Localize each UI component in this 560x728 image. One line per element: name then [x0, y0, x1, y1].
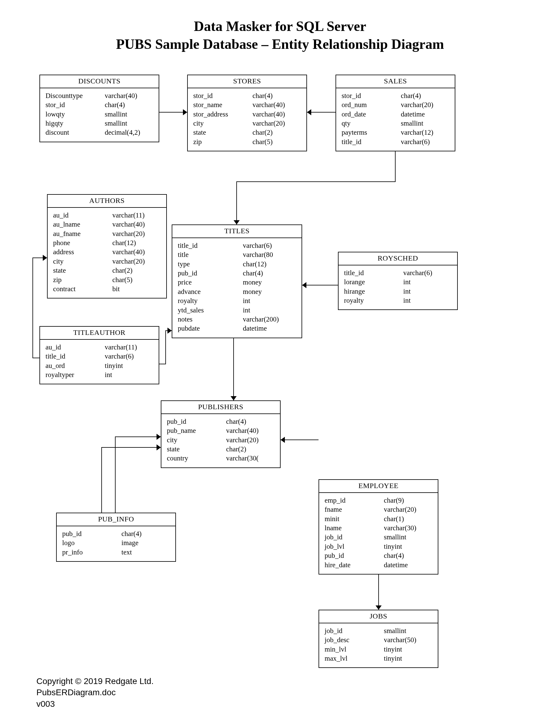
- column-row: ord_numvarchar(20): [342, 100, 449, 110]
- column-row: statechar(2): [53, 266, 161, 275]
- column-type: char(4): [243, 269, 296, 278]
- entity-columns: stor_idchar(4)stor_namevarchar(40)stor_a…: [188, 88, 306, 151]
- column-type: tinyint: [384, 645, 432, 654]
- column-type: money: [243, 287, 296, 296]
- column-name: city: [167, 436, 226, 445]
- column-row: pr_infotext: [62, 548, 170, 557]
- column-name: lname: [325, 524, 384, 533]
- column-row: pub_idchar(4): [62, 529, 170, 538]
- column-row: statechar(2): [167, 445, 275, 454]
- entity-header: PUB_INFO: [57, 513, 175, 526]
- column-name: ord_date: [342, 110, 401, 119]
- column-name: price: [178, 278, 243, 287]
- footer: Copyright © 2019 Redgate Ltd. PubsERDiag…: [36, 676, 153, 710]
- column-name: title_id: [344, 268, 403, 278]
- column-name: discount: [46, 128, 105, 137]
- column-name: payterms: [342, 128, 401, 137]
- title-line-1: Data Masker for SQL Server: [0, 18, 560, 34]
- column-row: pub_namevarchar(40): [167, 426, 275, 435]
- column-row: hirangeint: [344, 287, 452, 296]
- column-type: image: [121, 538, 170, 548]
- column-type: decimal(4,2): [105, 128, 153, 137]
- column-name: title: [178, 250, 243, 259]
- column-row: paytermsvarchar(12): [342, 128, 449, 137]
- column-type: varchar(6): [243, 241, 296, 250]
- column-row: job_descvarchar(50): [325, 635, 432, 645]
- column-name: stor_address: [193, 110, 252, 119]
- column-row: higqtysmallint: [46, 119, 153, 128]
- column-row: royaltyperint: [46, 370, 153, 379]
- footer-version: v003: [36, 698, 153, 710]
- column-type: varchar(200): [243, 315, 296, 324]
- column-type: datetime: [384, 561, 432, 570]
- column-name: city: [53, 257, 112, 266]
- column-name: lowqty: [46, 110, 105, 119]
- column-row: title_idvarchar(6): [178, 241, 296, 250]
- column-type: char(4): [105, 100, 153, 110]
- column-type: varchar(20): [112, 257, 161, 266]
- column-name: hirange: [344, 287, 403, 296]
- column-row: au_idvarchar(11): [46, 343, 153, 352]
- column-name: state: [167, 445, 226, 454]
- column-name: zip: [193, 137, 252, 147]
- column-type: varchar(6): [105, 352, 153, 361]
- column-type: varchar(11): [112, 211, 161, 220]
- column-name: au_lname: [53, 220, 112, 229]
- column-name: state: [193, 128, 252, 137]
- entity-employee: EMPLOYEEemp_idchar(9)fnamevarchar(20)min…: [319, 479, 438, 575]
- column-name: address: [53, 248, 112, 257]
- column-row: au_ordtinyint: [46, 361, 153, 370]
- column-row: discountdecimal(4,2): [46, 128, 153, 137]
- connector: [237, 151, 395, 224]
- column-name: au_ord: [46, 361, 105, 370]
- column-row: max_lvltinyint: [325, 654, 432, 663]
- entity-header: TITLEAUTHOR: [40, 327, 159, 340]
- column-type: varchar(20): [384, 505, 432, 514]
- column-name: title_id: [178, 241, 243, 250]
- column-type: bit: [112, 285, 161, 294]
- column-row: title_idvarchar(6): [342, 137, 449, 147]
- column-row: logoimage: [62, 538, 170, 548]
- column-row: min_lvltinyint: [325, 645, 432, 654]
- column-type: money: [243, 278, 296, 287]
- entity-jobs: JOBSjob_idsmallintjob_descvarchar(50)min…: [319, 610, 438, 668]
- column-type: varchar(50): [384, 635, 432, 645]
- column-name: pubdate: [178, 324, 243, 333]
- column-row: zipchar(5): [53, 275, 161, 285]
- column-row: pubdatedatetime: [178, 324, 296, 333]
- entity-header: SALES: [336, 75, 455, 88]
- entity-sales: SALESstor_idchar(4)ord_numvarchar(20)ord…: [336, 75, 455, 151]
- page: Data Masker for SQL Server PUBS Sample D…: [0, 0, 560, 728]
- column-row: au_fnamevarchar(20): [53, 229, 161, 238]
- column-type: char(4): [401, 91, 449, 100]
- connector: [102, 447, 161, 513]
- column-type: int: [403, 296, 452, 305]
- arrowhead-icon: [157, 444, 161, 450]
- column-type: varchar(40): [112, 220, 161, 229]
- column-type: tinyint: [384, 542, 432, 551]
- column-name: ytd_sales: [178, 306, 243, 315]
- column-row: stor_idchar(4): [46, 100, 153, 110]
- column-row: pub_idchar(4): [178, 269, 296, 278]
- column-name: au_id: [46, 343, 105, 352]
- column-type: int: [403, 278, 452, 287]
- column-row: au_lnamevarchar(40): [53, 220, 161, 229]
- column-type: varchar(12): [401, 128, 449, 137]
- column-row: contractbit: [53, 285, 161, 294]
- column-name: ord_num: [342, 100, 401, 110]
- column-type: varchar(20): [226, 436, 275, 445]
- column-type: char(2): [226, 445, 275, 454]
- arrowhead-icon: [231, 396, 237, 400]
- entity-pub_info: PUB_INFOpub_idchar(4)logoimagepr_infotex…: [56, 513, 176, 562]
- column-name: stor_id: [342, 91, 401, 100]
- column-row: title_idvarchar(6): [46, 352, 153, 361]
- column-type: varchar(40): [226, 426, 275, 435]
- entity-authors: AUTHORSau_idvarchar(11)au_lnamevarchar(4…: [47, 194, 167, 298]
- column-row: typechar(12): [178, 260, 296, 269]
- column-type: char(12): [112, 238, 161, 248]
- entity-titles: TITLEStitle_idvarchar(6)titlevarchar(80t…: [172, 224, 302, 338]
- entity-stores: STORESstor_idchar(4)stor_namevarchar(40)…: [187, 75, 307, 151]
- column-row: job_lvltinyint: [325, 542, 432, 551]
- column-name: pub_name: [167, 426, 226, 435]
- column-row: zipchar(5): [193, 137, 301, 147]
